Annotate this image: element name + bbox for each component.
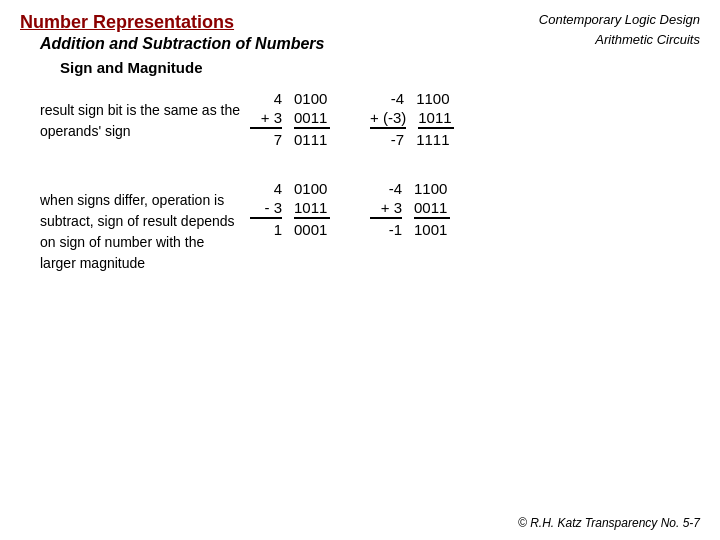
b2l-num3: 1	[250, 221, 282, 238]
block1-right: -4 1100 + (-3) 1011 -7 1111	[370, 90, 454, 150]
block1-right-row2: + (-3) 1011	[370, 109, 454, 129]
content-area: result sign bit is the same as the opera…	[40, 90, 700, 274]
b2r-bin1: 1100	[414, 180, 450, 197]
b2l-num2: - 3	[250, 199, 282, 219]
block1-calculations: 4 0100 + 3 0011 7 0111 -4	[250, 90, 454, 150]
top-right-header: Contemporary Logic Design Arithmetic Cir…	[539, 10, 700, 49]
b1r-bin2: 1011	[418, 109, 454, 129]
block1-left-row2: + 3 0011	[250, 109, 330, 129]
block2-left-row2: - 3 1011	[250, 199, 330, 219]
b1r-num3: -7	[372, 131, 404, 148]
b2r-bin3: 1001	[414, 221, 450, 238]
b1r-bin1: 1100	[416, 90, 452, 107]
block1-description: result sign bit is the same as the opera…	[40, 100, 240, 142]
header-line1: Contemporary Logic Design	[539, 10, 700, 30]
example-block-2: when signs differ, operation is subtract…	[40, 180, 700, 274]
footer-text: © R.H. Katz Transparency No. 5-7	[518, 516, 700, 530]
b1l-bin3: 0111	[294, 131, 330, 148]
footer: © R.H. Katz Transparency No. 5-7	[518, 516, 700, 530]
block2-left: 4 0100 - 3 1011 1 0001	[250, 180, 330, 240]
b1l-bin1: 0100	[294, 90, 330, 107]
block1-left-row1: 4 0100	[250, 90, 330, 107]
block2-right-row2: + 3 0011	[370, 199, 450, 219]
b1l-num1: 4	[250, 90, 282, 107]
b2r-num3: -1	[370, 221, 402, 238]
b2r-bin2: 0011	[414, 199, 450, 219]
b1r-num1: -4	[372, 90, 404, 107]
example-block-1: result sign bit is the same as the opera…	[40, 90, 700, 150]
page-title: Number Representations	[20, 12, 234, 33]
section-heading: Sign and Magnitude	[60, 59, 700, 76]
b1r-bin3: 1111	[416, 131, 452, 148]
page: Contemporary Logic Design Arithmetic Cir…	[0, 0, 720, 540]
block1-right-row1: -4 1100	[372, 90, 452, 107]
b1l-bin2: 0011	[294, 109, 330, 129]
block1-left-row3: 7 0111	[250, 131, 330, 148]
block2-left-row1: 4 0100	[250, 180, 330, 197]
b1l-num3: 7	[250, 131, 282, 148]
b2l-bin1: 0100	[294, 180, 330, 197]
block2-description: when signs differ, operation is subtract…	[40, 190, 240, 274]
b2l-num1: 4	[250, 180, 282, 197]
b2l-bin3: 0001	[294, 221, 330, 238]
b2l-bin2: 1011	[294, 199, 330, 219]
block1-right-row3: -7 1111	[372, 131, 452, 148]
b1r-num2: + (-3)	[370, 109, 406, 129]
block2-right-row3: -1 1001	[370, 221, 450, 238]
block2-left-row3: 1 0001	[250, 221, 330, 238]
b2r-num2: + 3	[370, 199, 402, 219]
block1-left: 4 0100 + 3 0011 7 0111	[250, 90, 330, 150]
header-line2: Arithmetic Circuits	[539, 30, 700, 50]
block2-right: -4 1100 + 3 0011 -1 1001	[370, 180, 450, 240]
b2r-num1: -4	[370, 180, 402, 197]
block2-calculations: 4 0100 - 3 1011 1 0001 -4	[250, 180, 450, 240]
block2-right-row1: -4 1100	[370, 180, 450, 197]
b1l-num2: + 3	[250, 109, 282, 129]
